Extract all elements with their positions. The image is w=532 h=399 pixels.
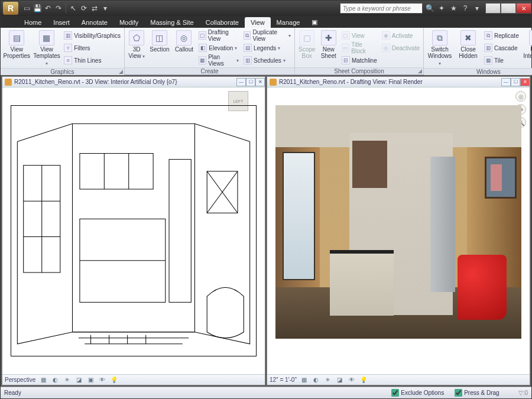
filters-button[interactable]: ▿Filters: [63, 42, 122, 54]
tab-massing[interactable]: Massing & Site: [144, 17, 199, 28]
thin-lines-button[interactable]: ≡Thin Lines: [63, 54, 122, 66]
qat-undo-icon[interactable]: ↶: [43, 4, 53, 13]
maximize-button[interactable]: ☐: [501, 3, 516, 14]
tab-annotate[interactable]: Annotate: [76, 17, 113, 28]
visgfx-icon: ▥: [64, 31, 72, 40]
doc1-titlebar[interactable]: R2011_Kitchen_Reno.rvt - 3D View: Interi…: [2, 77, 265, 87]
press-drag-checkbox[interactable]: Press & Drag: [455, 389, 499, 397]
qat-pointer-icon[interactable]: ↖: [69, 4, 78, 13]
hide-icon[interactable]: 👁: [348, 376, 356, 384]
cascade-button[interactable]: ▥Cascade: [483, 42, 520, 54]
doc2-scale[interactable]: 12" = 1'-0": [270, 377, 297, 383]
tile-button[interactable]: ▦Tile: [483, 54, 520, 66]
more-icon[interactable]: ▾: [472, 4, 482, 13]
tab-modify[interactable]: Modify: [113, 17, 144, 28]
doc2-max-button[interactable]: ☐: [511, 78, 520, 86]
activate-icon: ◉: [382, 31, 390, 40]
templates-icon: ▦: [39, 30, 54, 46]
doc2-canvas[interactable]: ◎ ✥ 🔍: [267, 87, 530, 374]
detail-level-icon[interactable]: ▦: [300, 376, 309, 384]
doc1-scale[interactable]: Perspective: [5, 377, 35, 383]
hide-icon[interactable]: 👁: [98, 376, 106, 384]
elevation-button[interactable]: ◧Elevation: [197, 42, 240, 54]
comm-icon[interactable]: ✦: [437, 4, 446, 13]
ui-icon: ▤: [529, 30, 532, 46]
view-templates-button[interactable]: ▦ View Templates: [33, 29, 61, 67]
user-interface-button[interactable]: ▤ User Interface: [523, 29, 532, 60]
crop-icon[interactable]: ▣: [86, 376, 95, 384]
scope-icon: ▢: [299, 30, 314, 46]
plan-views-button[interactable]: ▦Plan Views: [197, 54, 240, 66]
doc-icon: [270, 79, 277, 86]
app-menu-button[interactable]: R: [3, 2, 18, 15]
tab-manage[interactable]: Manage: [271, 17, 306, 28]
steering-wheel-icon[interactable]: ◎: [515, 91, 526, 102]
drafting-view-button[interactable]: ▢Drafting View: [197, 30, 240, 41]
visual-style-icon[interactable]: ◐: [51, 376, 59, 384]
schedules-button[interactable]: ▥Schedules: [242, 54, 292, 66]
panel-windows: ⧉ Switch Windows ✖ Close Hidden ⧉Replica…: [424, 28, 532, 74]
ribbon: ▤ View Properties ▦ View Templates ▥Visi…: [1, 28, 531, 75]
doc1-max-button[interactable]: ☐: [246, 78, 255, 86]
matchline-button[interactable]: ⊟Matchline: [340, 54, 378, 66]
doc2-titlebar[interactable]: R2011_Kitchen_Reno.rvt - Drafting View: …: [267, 77, 530, 87]
minimize-button[interactable]: —: [485, 3, 501, 14]
tab-insert[interactable]: Insert: [47, 17, 76, 28]
deactivate-icon: ◎: [382, 44, 390, 52]
qat-redo-icon[interactable]: ↷: [54, 4, 63, 13]
qat-open-icon[interactable]: ▭: [22, 4, 31, 13]
switch-windows-button[interactable]: ⧉ Switch Windows: [426, 29, 453, 67]
panel-expand-icon[interactable]: ◢: [418, 68, 422, 74]
doc1-close-button[interactable]: ✕: [255, 78, 265, 86]
reveal-icon[interactable]: 💡: [359, 376, 368, 384]
search-go-icon[interactable]: 🔍: [425, 4, 434, 13]
shadows-icon[interactable]: ◪: [74, 376, 83, 384]
close-hidden-button[interactable]: ✖ Close Hidden: [456, 29, 481, 59]
replicate-button[interactable]: ⧉Replicate: [483, 30, 520, 41]
tab-addins-icon[interactable]: ▣: [306, 17, 323, 28]
duplicate-view-button[interactable]: ⧉Duplicate View: [242, 30, 292, 41]
infocenter: 🔍 ✦ ★ ? ▾: [425, 4, 482, 13]
legends-button[interactable]: ▤Legends: [242, 42, 292, 54]
doc1-min-button[interactable]: —: [236, 78, 246, 86]
quick-access-toolbar: ▭ 💾 ↶ ↷ ↖ ⟳ ⇄ ▾: [22, 4, 110, 13]
shadows-icon[interactable]: ◪: [336, 376, 344, 384]
qat-sync-icon[interactable]: ⟳: [79, 4, 89, 13]
sun-path-icon[interactable]: ☀: [63, 376, 71, 384]
reveal-icon[interactable]: 💡: [110, 376, 118, 384]
tab-view[interactable]: View: [245, 17, 271, 28]
filter-icon[interactable]: ▽:0: [518, 390, 528, 396]
exclude-options-checkbox[interactable]: Exclude Options: [391, 389, 444, 397]
visual-style-icon[interactable]: ◐: [312, 376, 320, 384]
doc1-canvas[interactable]: LEFT: [2, 87, 265, 374]
sun-path-icon[interactable]: ☀: [324, 376, 332, 384]
doc2-close-button[interactable]: ✕: [520, 78, 530, 86]
close-button[interactable]: ✕: [516, 3, 531, 14]
scope-box-button: ▢ Scope Box: [297, 29, 316, 59]
tab-home[interactable]: Home: [18, 17, 47, 28]
visibility-graphics-button[interactable]: ▥Visibility/Graphics: [63, 30, 122, 41]
qat-dropdown-icon[interactable]: ▾: [100, 4, 110, 13]
svg-rect-6: [80, 154, 153, 189]
view-properties-button[interactable]: ▤ View Properties: [3, 29, 31, 59]
tab-collaborate[interactable]: Collaborate: [200, 17, 245, 28]
detail-level-icon[interactable]: ▦: [39, 376, 47, 384]
section-button[interactable]: ◫ Section: [148, 29, 171, 53]
window-controls: — ☐ ✕: [485, 3, 531, 14]
doc2-min-button[interactable]: —: [501, 78, 511, 86]
3d-view-button[interactable]: ⬠ 3D View: [127, 29, 146, 60]
panel-expand-icon[interactable]: ◢: [119, 69, 123, 74]
switch-icon: ⧉: [432, 30, 447, 46]
favorite-icon[interactable]: ★: [449, 4, 458, 13]
help-icon[interactable]: ?: [460, 4, 470, 13]
search-input[interactable]: [340, 3, 423, 14]
qat-link-icon[interactable]: ⇄: [90, 4, 99, 13]
new-sheet-button[interactable]: ✚ New Sheet: [319, 29, 338, 59]
closehidden-icon: ✖: [460, 30, 476, 46]
qat-save-icon[interactable]: 💾: [33, 4, 42, 13]
callout-icon: ◎: [176, 30, 192, 46]
callout-button[interactable]: ◎ Callout: [173, 29, 196, 53]
workspace: R2011_Kitchen_Reno.rvt - 3D View: Interi…: [1, 75, 531, 387]
sheetview-icon: ▢: [342, 31, 350, 40]
newsheet-icon: ✚: [321, 30, 336, 46]
